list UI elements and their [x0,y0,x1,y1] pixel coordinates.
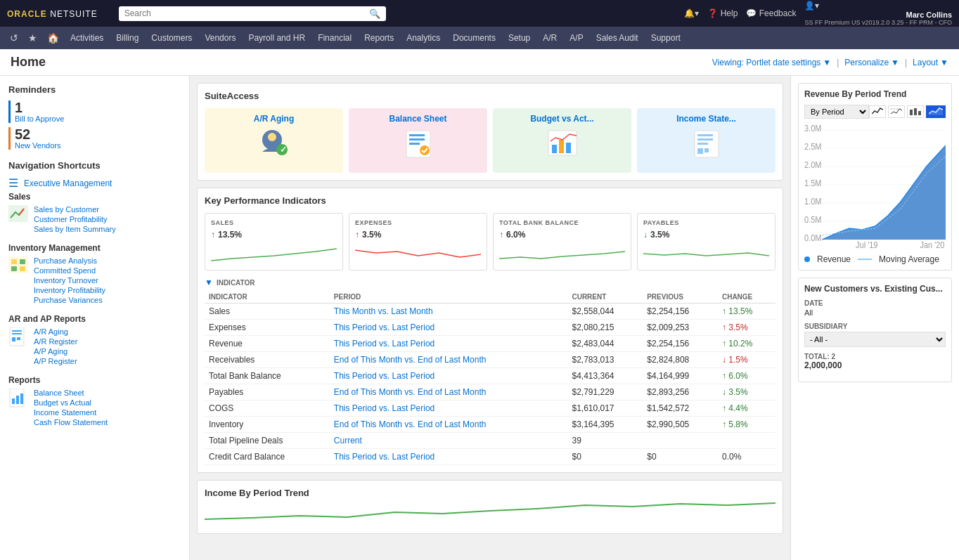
svg-text:0.0M: 0.0M [804,234,821,243]
cell-period[interactable]: This Period vs. Last Period [330,368,568,384]
ar-ap-icon [8,327,28,351]
table-row: Payables End of This Month vs. End of La… [205,384,775,401]
sales-by-customer-link[interactable]: Sales by Customer [34,205,116,214]
layout-btn[interactable]: Layout ▼ [913,58,948,67]
cell-period[interactable]: This Period vs. Last Period [330,336,568,352]
ap-aging-link[interactable]: A/P Aging [34,347,77,356]
search-icon: 🔍 [369,8,380,19]
cell-period[interactable]: This Month vs. Last Month [330,304,568,320]
subsidiary-field: SUBSIDIARY - All - [804,323,946,347]
cell-change: ↑ 13.5% [718,304,775,320]
table-row: Inventory End of This Month vs. End of L… [205,417,775,433]
suite-card-budget[interactable]: Budget vs Act... [493,108,631,173]
nav-ap[interactable]: A/P [564,27,588,49]
exec-management-link[interactable]: ☰ Executive Management [8,176,181,190]
cell-previous: $0 [643,449,718,465]
svg-text:3.0M: 3.0M [804,124,821,133]
search-input[interactable] [124,8,369,18]
area-chart-icon[interactable] [869,105,886,118]
suite-card-income[interactable]: Income State... [637,108,775,173]
income-statement-link[interactable]: Income Statement [34,408,108,417]
cell-period[interactable]: End of This Month vs. End of Last Month [330,417,568,433]
ar-aging-link[interactable]: A/R Aging [34,327,77,336]
nav-customers[interactable]: Customers [146,27,198,49]
cell-period[interactable]: This Period vs. Last Period [330,449,568,465]
svg-text:2.0M: 2.0M [804,161,821,170]
nav-payroll[interactable]: Payroll and HR [243,27,311,49]
sales-links: Sales by Customer Customer Profitability… [34,205,116,235]
nav-support[interactable]: Support [645,27,686,49]
cell-indicator: Receivables [205,352,330,368]
kpi-table: INDICATOR PERIOD CURRENT PREVIOUS CHANGE… [205,291,775,465]
customer-profitability-link[interactable]: Customer Profitability [34,215,116,223]
purchase-analysis-link[interactable]: Purchase Analysis [34,256,105,265]
suite-card-balance-sheet[interactable]: Balance Sheet [349,108,487,173]
period-dropdown[interactable]: By Period [804,105,869,119]
nav-sales-audit[interactable]: Sales Audit [591,27,644,49]
favorites-icon[interactable]: ★ [24,32,41,44]
shortcut-sales: Sales Sales by Customer Customer Profita… [8,192,181,235]
user-menu[interactable]: 👤▾ Marc Collins SS FF Premium US v2019.2… [804,1,952,26]
inventory-turnover-link[interactable]: Inventory Turnover [34,276,105,285]
expand-icon[interactable] [926,105,946,118]
nav-billing[interactable]: Billing [110,27,144,49]
home-icon[interactable]: 🏠 [43,32,63,44]
nav-analytics[interactable]: Analytics [401,27,446,49]
nav-activities[interactable]: Activities [65,27,109,49]
cash-flow-link[interactable]: Cash Flow Statement [34,418,108,426]
viewing-portlet-btn[interactable]: Viewing: Portlet date settings ▼ [712,58,831,67]
table-row: Receivables End of This Month vs. End of… [205,352,775,368]
filter-icon[interactable]: ▼ [205,278,213,287]
reminders-title: Reminders [8,84,181,95]
content-area: SuiteAccess A/R Aging ✓ [190,76,790,560]
cell-period[interactable]: This Period vs. Last Period [330,401,568,417]
subsidiary-select[interactable]: - All - [804,332,946,347]
reminder-2-link[interactable]: New Vendors [15,141,181,150]
nav-shortcuts-title: Navigation Shortcuts [8,160,181,171]
svg-rect-8 [12,333,22,334]
history-icon[interactable]: ↺ [6,32,22,44]
ar-register-link[interactable]: A/R Register [34,337,77,346]
personalize-btn[interactable]: Personalize ▼ [844,58,899,67]
nav-documents[interactable]: Documents [447,27,501,49]
nav-ar[interactable]: A/R [537,27,562,49]
search-box[interactable]: 🔍 [119,6,386,21]
committed-spend-link[interactable]: Committed Spend [34,266,105,275]
total-field: TOTAL: 2 2,000,000 [804,353,946,370]
table-row: Total Pipeline Deals Current 39 [205,433,775,449]
help-link[interactable]: ❓ Help [707,8,738,18]
balance-sheet-link[interactable]: Balance Sheet [34,389,108,397]
bar-chart-icon[interactable] [907,105,924,118]
notifications-icon[interactable]: 🔔▾ [684,8,699,18]
nav-reports[interactable]: Reports [359,27,399,49]
svg-text:2.5M: 2.5M [804,143,821,152]
cell-period[interactable]: This Period vs. Last Period [330,320,568,336]
inventory-profitability-link[interactable]: Inventory Profitability [34,286,105,294]
cell-previous: $2,254,156 [643,304,718,320]
kpi-card-bank: TOTAL BANK BALANCE ↑ 6.0% [493,213,631,271]
kpi-title: Key Performance Indicators [205,195,775,206]
nav-vendors[interactable]: Vendors [199,27,241,49]
page-title: Home [11,55,712,70]
sales-arrow: ↑ [211,230,215,240]
nav-setup[interactable]: Setup [503,27,536,49]
cell-period[interactable]: End of This Month vs. End of Last Month [330,384,568,401]
shortcut-inventory: Inventory Management Purchase Analysis [8,243,181,306]
svg-rect-13 [16,396,19,404]
line-chart-icon[interactable] [888,105,905,118]
cell-period[interactable]: Current [330,433,568,449]
budget-vs-actual-link[interactable]: Budget vs Actual [34,398,108,407]
feedback-link[interactable]: 💬 Feedback [746,8,796,18]
nav-financial[interactable]: Financial [312,27,357,49]
revenue-trend-section: Revenue By Period Trend By Period [798,83,952,271]
ap-register-link[interactable]: A/P Register [34,357,77,365]
cell-previous: $2,009,253 [643,320,718,336]
sales-by-item-link[interactable]: Sales by Item Summary [34,225,116,233]
reminder-1-link[interactable]: Bill to Approve [15,115,181,123]
svg-text:Jan '20: Jan '20 [920,241,944,250]
cell-period[interactable]: End of This Month vs. End of Last Month [330,352,568,368]
svg-rect-36 [914,108,917,115]
home-actions: Viewing: Portlet date settings ▼ | Perso… [712,58,948,67]
suite-card-ar-aging[interactable]: A/R Aging ✓ [205,108,343,173]
purchase-variances-link[interactable]: Purchase Variances [34,296,105,304]
